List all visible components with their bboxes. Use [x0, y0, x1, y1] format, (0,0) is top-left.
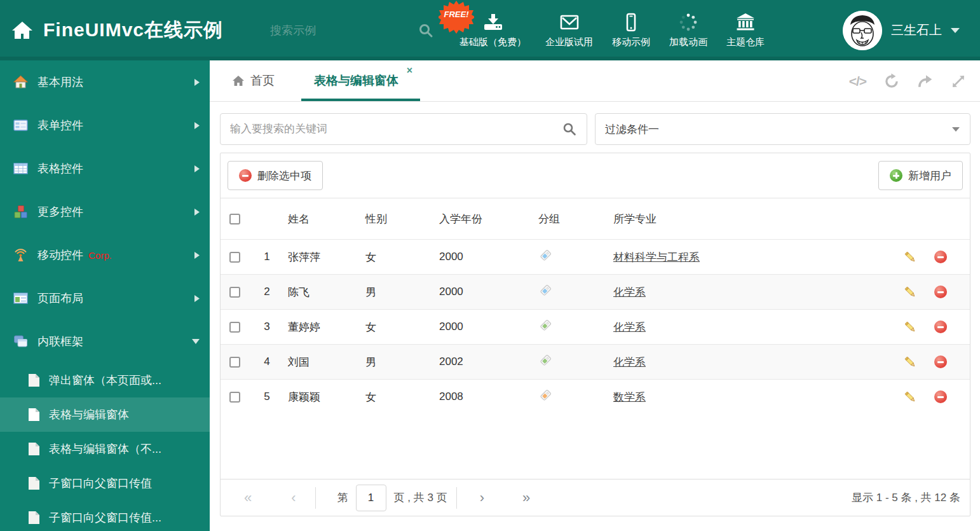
- major-link[interactable]: 材料科学与工程系: [613, 251, 700, 263]
- header-search[interactable]: [270, 18, 407, 43]
- share-icon[interactable]: [917, 73, 934, 90]
- cell-group: [533, 275, 608, 310]
- header-search-input[interactable]: [270, 24, 418, 38]
- envelope-icon: [559, 13, 580, 32]
- delete-selected-button[interactable]: 删除选中项: [228, 161, 323, 190]
- edit-pencil-icon[interactable]: [904, 355, 917, 369]
- free-badge-text: FREE!: [439, 10, 474, 19]
- row-checkbox[interactable]: [229, 252, 240, 263]
- tab-home[interactable]: 首页: [232, 72, 275, 89]
- col-major: 所学专业: [608, 198, 886, 240]
- row-checkbox[interactable]: [229, 392, 240, 403]
- cell-gender: 男: [360, 345, 434, 380]
- sidebar-item-basic-usage[interactable]: 基本用法: [0, 60, 210, 104]
- sidebar-item-label: 更多控件: [37, 204, 83, 219]
- nav-loading-animation[interactable]: 加载动画: [669, 13, 707, 48]
- cubes-icon: [13, 204, 29, 219]
- cell-group: [533, 345, 608, 380]
- frames-icon: [13, 334, 29, 349]
- sidebar-item-mobile-controls[interactable]: 移动控件 Corp.: [0, 233, 210, 277]
- header-nav: 基础版（免费） 企业版试用 移动示例 加载动画: [459, 0, 765, 60]
- delete-row-icon[interactable]: [934, 286, 947, 298]
- tab-grid-edit-window[interactable]: 表格与编辑窗体 ×: [305, 60, 407, 101]
- delete-row-icon[interactable]: [934, 251, 947, 263]
- row-number: 2: [251, 275, 283, 310]
- tag-icon: [538, 354, 552, 368]
- edit-pencil-icon[interactable]: [904, 390, 917, 404]
- page-number-input[interactable]: 1: [356, 485, 386, 511]
- row-number: 3: [251, 310, 283, 345]
- keyword-search-input[interactable]: [221, 123, 562, 135]
- sidebar-item-inline-frame[interactable]: 内联框架: [0, 320, 210, 363]
- chevron-right-icon: [194, 122, 200, 129]
- cell-group: [533, 240, 608, 275]
- refresh-icon[interactable]: [883, 73, 900, 90]
- sidebar-subitem-grid-edit-window-2[interactable]: 表格与编辑窗体（不...: [0, 432, 210, 466]
- file-icon: [28, 408, 41, 422]
- major-link[interactable]: 化学系: [613, 286, 646, 298]
- source-code-icon[interactable]: </>: [849, 74, 866, 89]
- edit-pencil-icon[interactable]: [904, 321, 917, 334]
- app-logo[interactable]: FineUIMvc在线示例: [11, 0, 223, 60]
- delete-row-icon[interactable]: [934, 355, 947, 368]
- chevron-down-icon: [192, 339, 200, 344]
- close-icon[interactable]: ×: [407, 66, 412, 76]
- chevron-right-icon: [194, 209, 200, 216]
- delete-button-label: 删除选中项: [257, 169, 311, 183]
- keyword-search[interactable]: [220, 113, 587, 145]
- delete-row-icon[interactable]: [934, 390, 947, 403]
- plus-circle-icon: [890, 169, 902, 182]
- sidebar: 基本用法 表单控件 表格控件 更多控件: [0, 60, 210, 531]
- filter-dropdown[interactable]: 过滤条件一: [595, 113, 970, 145]
- last-page-icon[interactable]: »: [522, 490, 530, 506]
- sidebar-item-grid-controls[interactable]: 表格控件: [0, 147, 210, 190]
- sidebar-subitem-child-to-parent[interactable]: 子窗口向父窗口传值: [0, 466, 210, 500]
- user-menu[interactable]: 三生石上: [843, 0, 960, 60]
- col-rownum: [251, 198, 283, 240]
- corp-badge: Corp.: [88, 250, 112, 261]
- expand-icon[interactable]: [951, 74, 966, 89]
- cell-major: 化学系: [608, 310, 886, 345]
- nav-theme-repository[interactable]: 主题仓库: [726, 13, 765, 48]
- major-link[interactable]: 化学系: [613, 356, 646, 368]
- nav-label: 移动示例: [612, 36, 650, 48]
- sidebar-subitem-label: 表格与编辑窗体（不...: [49, 441, 161, 457]
- select-all-checkbox[interactable]: [229, 214, 240, 224]
- sidebar-subitem-grid-edit-window[interactable]: 表格与编辑窗体: [0, 397, 210, 432]
- edit-pencil-icon[interactable]: [904, 251, 917, 264]
- sidebar-subitem-label: 子窗口向父窗口传值: [49, 476, 152, 491]
- major-link[interactable]: 数学系: [613, 391, 646, 403]
- sidebar-subitem-popup-window[interactable]: 弹出窗体（本页面或...: [0, 363, 210, 397]
- sidebar-item-more-controls[interactable]: 更多控件: [0, 190, 210, 233]
- cell-name: 康颖颖: [283, 380, 360, 415]
- search-icon[interactable]: [562, 121, 577, 137]
- sidebar-subitem-child-to-parent-2[interactable]: 子窗口向父窗口传值...: [0, 500, 210, 531]
- edit-pencil-icon[interactable]: [904, 286, 917, 299]
- filter-row: 过滤条件一: [220, 113, 970, 145]
- search-icon[interactable]: [418, 22, 434, 39]
- avatar[interactable]: [843, 11, 882, 50]
- delete-row-icon[interactable]: [934, 321, 947, 333]
- first-page-icon[interactable]: «: [244, 490, 252, 506]
- home-icon: [232, 75, 245, 86]
- tag-icon: [538, 249, 552, 263]
- next-page-icon[interactable]: ›: [480, 490, 484, 506]
- cell-gender: 女: [360, 380, 434, 415]
- nav-enterprise-trial[interactable]: 企业版试用: [545, 13, 593, 48]
- sidebar-item-page-layout[interactable]: 页面布局: [0, 277, 210, 320]
- sidebar-subitem-label: 弹出窗体（本页面或...: [49, 373, 161, 388]
- row-checkbox[interactable]: [229, 357, 240, 368]
- add-user-button[interactable]: 新增用户: [878, 161, 963, 190]
- sidebar-item-form-controls[interactable]: 表单控件: [0, 104, 210, 147]
- table-row: 4 刘国 男 2002 化学系: [221, 345, 970, 380]
- record-count-info: 显示 1 - 5 条 , 共 12 条: [852, 490, 960, 505]
- row-checkbox[interactable]: [229, 322, 240, 333]
- major-link[interactable]: 化学系: [613, 321, 646, 333]
- prev-page-icon[interactable]: ‹: [291, 490, 296, 506]
- nav-mobile-demo[interactable]: 移动示例: [612, 13, 650, 48]
- row-checkbox[interactable]: [229, 287, 240, 298]
- free-badge: FREE!: [439, 0, 474, 36]
- pager-divider: [315, 487, 316, 509]
- spinner-icon: [679, 13, 698, 32]
- sidebar-subitem-label: 表格与编辑窗体: [49, 407, 129, 422]
